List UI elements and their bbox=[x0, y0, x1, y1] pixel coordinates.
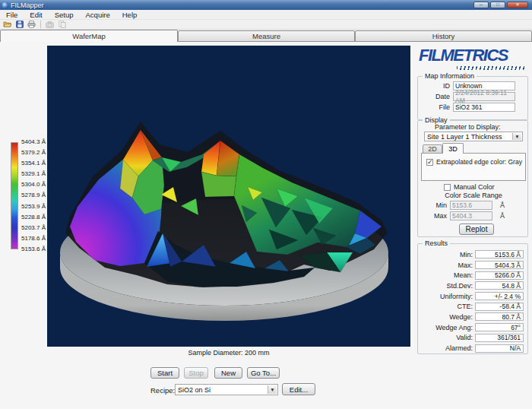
recipe-dropdown[interactable]: SiO2 on Si ▼ bbox=[175, 384, 278, 395]
toolbar-separator bbox=[40, 21, 41, 28]
manual-color-label: Manual Color bbox=[454, 183, 495, 191]
title-bar: FILMapper ─ □ ✕ bbox=[0, 0, 532, 10]
scale-tick: 5153.6 Å bbox=[21, 246, 46, 252]
display-group: Display Parameter to Display: Site 1 Lay… bbox=[417, 120, 528, 237]
parameter-dropdown[interactable]: Site 1 Layer 1 Thickness ▼ bbox=[424, 132, 523, 141]
snapshot-icon[interactable] bbox=[45, 20, 55, 29]
stop-button[interactable]: Stop bbox=[184, 367, 208, 379]
tab-3d-panel: Extrapolated edge color: Gray bbox=[421, 153, 526, 181]
replot-button[interactable]: Replot bbox=[459, 224, 494, 235]
parameter-label: Parameter to Display: bbox=[435, 123, 501, 131]
extrapolated-edge-label: Extrapolated edge color: Gray bbox=[436, 158, 522, 166]
result-row-wedge-ang: Wedge Ang: 67° bbox=[423, 322, 527, 333]
result-label: Mean: bbox=[423, 271, 473, 279]
parameter-value: Site 1 Layer 1 Thickness bbox=[427, 133, 502, 141]
wafer-3d-surface bbox=[47, 46, 410, 347]
window-title: FILMapper bbox=[11, 2, 473, 9]
extrapolated-edge-checkbox[interactable] bbox=[426, 159, 433, 166]
scale-tick: 5404.3 Å bbox=[21, 139, 46, 145]
result-value: -58.4 Å bbox=[475, 303, 524, 311]
result-label: Wedge: bbox=[423, 313, 473, 321]
toolbar bbox=[0, 20, 532, 30]
edit-recipe-button[interactable]: Edit... bbox=[282, 383, 315, 395]
result-label: Alarmed: bbox=[423, 344, 473, 352]
open-icon[interactable] bbox=[2, 20, 12, 29]
result-row-alarmed: Alarmed: N/A bbox=[423, 343, 527, 354]
copy-icon[interactable] bbox=[57, 20, 67, 29]
tab-wafermap[interactable]: WaferMap bbox=[0, 30, 178, 42]
scale-tick: 5304.0 Å bbox=[21, 182, 46, 188]
wafer-3d-plot[interactable] bbox=[47, 46, 410, 347]
color-scale-labels: 5404.3 Å 5379.2 Å 5354.1 Å 5329.1 Å 5304… bbox=[21, 139, 46, 252]
max-label: Max bbox=[433, 212, 447, 220]
recipe-value: SiO2 on Si bbox=[178, 386, 211, 394]
menu-setup[interactable]: Setup bbox=[49, 11, 80, 19]
filmetrics-logo: FILMETRICS bbox=[419, 46, 528, 65]
result-value: 5404.3 Å bbox=[475, 261, 524, 269]
scale-tick: 5329.1 Å bbox=[21, 171, 46, 177]
result-label: Max: bbox=[423, 262, 473, 269]
app-icon bbox=[2, 2, 8, 8]
maximize-button[interactable]: □ bbox=[490, 2, 505, 8]
result-row-mean: Mean: 5266.0 Å bbox=[423, 270, 527, 281]
result-value: 361/361 bbox=[475, 334, 524, 342]
menu-help[interactable]: Help bbox=[116, 11, 144, 19]
minimize-button[interactable]: ─ bbox=[473, 2, 489, 8]
save-icon[interactable] bbox=[14, 20, 24, 29]
chevron-down-icon[interactable]: ▼ bbox=[512, 133, 521, 140]
result-value: 67° bbox=[475, 323, 524, 331]
menu-edit[interactable]: Edit bbox=[24, 11, 48, 19]
result-value: 80.7 Å bbox=[475, 312, 524, 321]
goto-button[interactable]: Go To... bbox=[247, 367, 280, 379]
result-label: Valid: bbox=[423, 334, 473, 341]
scale-tick: 5203.7 Å bbox=[21, 225, 46, 231]
max-field[interactable]: 5404.3 bbox=[450, 211, 492, 220]
result-row-min: Min: 5153.6 Å bbox=[423, 249, 527, 260]
result-row-stddev: Std.Dev: 54.8 Å bbox=[423, 281, 527, 291]
min-field[interactable]: 5153.6 bbox=[450, 201, 492, 210]
min-unit: Å bbox=[500, 201, 505, 209]
result-label: Uniformity: bbox=[423, 293, 473, 300]
date-label: Date bbox=[423, 93, 450, 100]
map-information-title: Map Information bbox=[423, 72, 477, 80]
result-row-cte: CTE: -58.4 Å bbox=[423, 301, 527, 312]
result-label: Std.Dev: bbox=[423, 282, 473, 290]
scale-tick: 5278.9 Å bbox=[21, 192, 46, 198]
result-value: +/- 2.4 % bbox=[475, 292, 524, 300]
menu-bar: File Edit Setup Acquire Help bbox=[0, 10, 532, 20]
recipe-label: Recipe: bbox=[150, 386, 175, 395]
new-button[interactable]: New bbox=[214, 367, 242, 379]
close-button[interactable]: ✕ bbox=[507, 2, 528, 8]
date-field: 2/24/2012 8:39:11 AM bbox=[453, 92, 515, 101]
result-label: Wedge Ang: bbox=[423, 324, 473, 331]
menu-acquire[interactable]: Acquire bbox=[80, 11, 116, 19]
tab-3d[interactable]: 3D bbox=[442, 143, 464, 154]
tab-history[interactable]: History bbox=[355, 30, 532, 42]
start-button[interactable]: Start bbox=[150, 367, 179, 379]
result-row-wedge: Wedge: 80.7 Å bbox=[423, 312, 527, 322]
sample-diameter-caption: Sample Diameter: 200 mm bbox=[47, 349, 410, 357]
min-label: Min bbox=[433, 201, 447, 209]
color-scale-range-title: Color Scale Range bbox=[418, 192, 529, 199]
main-tabstrip: WaferMap Measure History bbox=[0, 30, 532, 42]
id-label: ID bbox=[423, 82, 450, 90]
result-row-valid: Valid: 361/361 bbox=[423, 333, 527, 344]
chevron-down-icon[interactable]: ▼ bbox=[268, 385, 277, 394]
result-value: 54.8 Å bbox=[475, 281, 524, 290]
scale-tick: 5178.6 Å bbox=[21, 236, 46, 242]
logo-hatch-stripe bbox=[457, 66, 527, 70]
manual-color-checkbox[interactable] bbox=[444, 184, 451, 191]
map-information-group: Map Information ID Unknown Date 2/24/201… bbox=[417, 76, 528, 120]
tab-measure[interactable]: Measure bbox=[178, 30, 355, 42]
file-label: File bbox=[423, 103, 450, 111]
scale-tick: 5228.8 Å bbox=[21, 214, 46, 220]
result-label: Min: bbox=[423, 251, 473, 258]
results-group: Results Min: 5153.6 Å Max: 5404.3 Å Mean… bbox=[417, 243, 528, 354]
print-icon[interactable] bbox=[27, 20, 36, 29]
file-field[interactable]: SiO2 361 bbox=[453, 103, 515, 112]
result-value: N/A bbox=[475, 344, 524, 353]
menu-file[interactable]: File bbox=[0, 11, 24, 19]
result-value: 5266.0 Å bbox=[475, 271, 524, 280]
scale-tick: 5253.9 Å bbox=[21, 204, 46, 210]
result-value: 5153.6 Å bbox=[475, 250, 524, 258]
